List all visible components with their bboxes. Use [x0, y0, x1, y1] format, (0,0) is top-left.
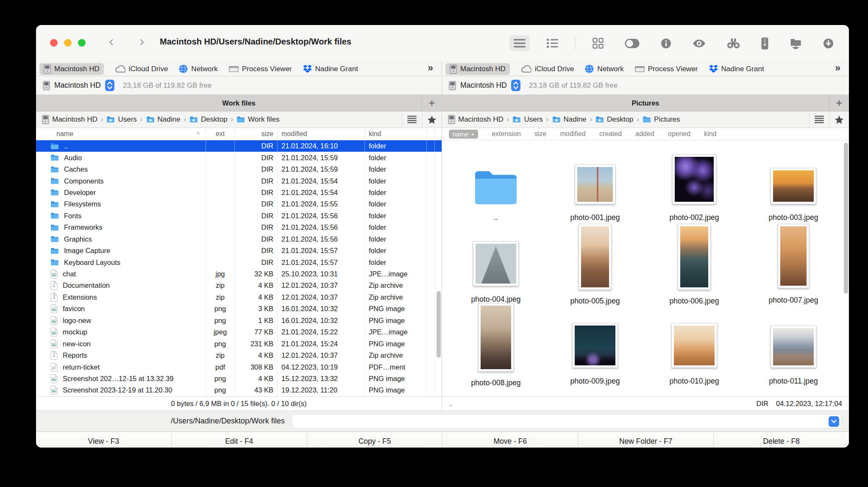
favorites-overflow-button[interactable]: » [428, 62, 433, 74]
file-row-screenshot-202-12-15-at-13-32-39[interactable]: Screenshot 202…12-15 at 13.32.39png4 KB1… [36, 373, 442, 384]
column-header-name[interactable]: name▲ [449, 130, 478, 139]
file-row-new-icon[interactable]: new-iconpng231 KB21.01.2024, 15:24PNG im… [36, 338, 442, 349]
breadcrumb-item-macintosh-hd[interactable]: Macintosh HD [448, 115, 504, 124]
grid-item-photo-010-jpeg[interactable]: photo-010.jpeg [645, 306, 744, 387]
file-row-filesystems[interactable]: FilesystemsDIR21.01.2024, 15:55folder [36, 198, 442, 210]
file-row-developer[interactable]: DeveloperDIR21.01.2024, 15:54folder [36, 187, 442, 198]
column-header-opened[interactable]: opened [668, 130, 690, 138]
breadcrumb-item-users[interactable]: Users [512, 115, 542, 124]
grid-item-photo-004-jpeg[interactable]: photo-004.jpeg [446, 224, 545, 306]
grid-item-photo-006-jpeg[interactable]: photo-006.jpeg [645, 224, 744, 306]
drive-stepper[interactable] [105, 80, 114, 91]
archive-zip-button[interactable] [757, 34, 773, 53]
tab-work-files[interactable]: Work files [222, 99, 256, 107]
grid-item-item[interactable]: .. [446, 142, 545, 224]
column-header-kind[interactable]: kind [365, 128, 427, 140]
breadcrumb-item-nadine[interactable]: Nadine [552, 115, 587, 124]
quick-look-eye-button[interactable] [688, 36, 710, 51]
file-row-favicon[interactable]: faviconpng3 KB16.01.2024, 10:32PNG image [36, 303, 442, 314]
grid-item-photo-007-jpeg[interactable]: photo-007.jpeg [744, 224, 843, 306]
column-header-extension[interactable]: extension [492, 130, 521, 138]
grid-item-photo-005-jpeg[interactable]: photo-005.jpeg [545, 224, 645, 306]
function-button-edit-f4[interactable]: Edit - F4 [171, 432, 307, 448]
grid-item-photo-009-jpeg[interactable]: photo-009.jpeg [545, 306, 645, 387]
file-row-graphics[interactable]: GraphicsDIR21.01.2024, 15:56folder [36, 234, 442, 245]
function-button-view-f3[interactable]: View - F3 [36, 432, 171, 448]
scrollbar-right[interactable] [844, 140, 848, 396]
breadcrumb-item-desktop[interactable]: Desktop [189, 115, 227, 124]
forward-button[interactable]: › [139, 33, 144, 49]
favorite-star-button[interactable] [829, 111, 849, 128]
zoom-button[interactable] [78, 39, 86, 47]
column-header-name[interactable]: name^ [36, 128, 206, 140]
close-button[interactable] [50, 39, 58, 47]
file-row-keyboard-layouts[interactable]: Keyboard LayoutsDIR21.01.2024, 15:57fold… [36, 256, 442, 268]
column-header-modified[interactable]: modified [560, 130, 585, 138]
file-row-audio[interactable]: AudioDIR21.01.2024, 15:59folder [36, 152, 442, 163]
file-row-return-ticket[interactable]: return-ticketpdf308 KB04.12.2023, 10:19P… [36, 361, 442, 373]
file-row-mockup[interactable]: mockupjpeg77 KB21.01.2024, 15:22JPE…imag… [36, 326, 442, 338]
file-row-documentation[interactable]: Documentationzip4 KB12.01.2024, 10:37Zip… [36, 280, 442, 291]
favorite-icloud-drive[interactable]: iCloud Drive [115, 65, 168, 73]
breadcrumb-item-pictures[interactable]: Pictures [643, 115, 680, 124]
favorite-macintosh-hd[interactable]: Macintosh HD [445, 63, 510, 75]
preview-toggle-button[interactable] [620, 35, 644, 52]
minimize-button[interactable] [64, 39, 72, 47]
file-row-screenshot-2023-12-19-at-11-20-30[interactable]: Screenshot 2023-12-19 at 11.20.30png43 K… [36, 384, 442, 396]
column-header-size[interactable]: size [235, 128, 278, 140]
column-header-created[interactable]: created [599, 130, 622, 138]
file-row-chat[interactable]: chatjpg32 KB25.10.2023, 10:31JPE…image [36, 268, 442, 280]
favorite-process-viewer[interactable]: Process Viewer [229, 65, 292, 73]
network-folder-button[interactable] [785, 34, 806, 53]
download-button[interactable] [819, 35, 838, 52]
scrollbar-left[interactable] [437, 140, 441, 396]
file-row-components[interactable]: ComponentsDIR21.01.2024, 15:54folder [36, 175, 442, 186]
file-row-logo-new[interactable]: logo-newpng1 KB16.01.2024, 10:32PNG imag… [36, 315, 442, 326]
favorites-overflow-button[interactable]: » [835, 62, 840, 74]
add-tab-button[interactable]: + [422, 95, 442, 111]
breadcrumb-item-nadine[interactable]: Nadine [146, 115, 181, 124]
file-row-fonts[interactable]: FontsDIR21.01.2024, 15:56folder [36, 210, 442, 222]
grid-item-photo-003-jpeg[interactable]: photo-003.jpeg [744, 142, 843, 224]
favorite-network[interactable]: Network [585, 64, 623, 73]
column-header-ext[interactable]: ext [206, 128, 235, 140]
file-row-caches[interactable]: CachesDIR21.01.2024, 15:59folder [36, 164, 442, 175]
function-button-new-folder-f7[interactable]: New Folder - F7 [578, 432, 713, 448]
favorite-nadine-grant[interactable]: Nadine Grant [709, 65, 764, 73]
command-input[interactable] [292, 415, 841, 428]
search-binoculars-button[interactable] [723, 35, 744, 52]
favorite-nadine-grant[interactable]: Nadine Grant [303, 65, 358, 73]
function-button-copy-f5[interactable]: Copy - F5 [307, 432, 442, 448]
grid-item-photo-011-jpeg[interactable]: photo-011.jpeg [744, 306, 843, 387]
back-button[interactable]: ‹ [109, 33, 114, 49]
column-header-size[interactable]: size [534, 130, 546, 138]
column-header-added[interactable]: added [635, 130, 654, 138]
grid-item-photo-002-jpeg[interactable]: photo-002.jpeg [645, 142, 744, 224]
file-row-item[interactable]: ..DIR21.01.2024, 16:10folder [36, 140, 442, 152]
column-header-kind[interactable]: kind [704, 130, 716, 138]
drive-stepper[interactable] [511, 80, 520, 91]
list-view-button[interactable] [509, 35, 530, 51]
view-options-button[interactable] [809, 111, 829, 128]
favorite-process-viewer[interactable]: Process Viewer [635, 65, 698, 73]
command-history-button[interactable] [829, 416, 839, 427]
column-header-modified[interactable]: modified [278, 128, 365, 140]
detail-list-view-button[interactable] [542, 35, 562, 51]
info-button[interactable] [657, 35, 676, 52]
grid-view-button[interactable] [588, 34, 608, 52]
tab-pictures[interactable]: Pictures [632, 99, 659, 107]
file-row-reports[interactable]: Reportszip4 KB12.01.2024, 10:37Zip archi… [36, 350, 442, 361]
breadcrumb-item-users[interactable]: Users [106, 115, 136, 124]
grid-item-photo-001-jpeg[interactable]: photo-001.jpeg [545, 142, 645, 224]
file-row-extensions[interactable]: Extensionszip4 KB12.01.2024, 10:37Zip ar… [36, 292, 442, 303]
function-button-move-f6[interactable]: Move - F6 [442, 432, 578, 448]
favorite-network[interactable]: Network [179, 64, 217, 73]
add-tab-button[interactable]: + [829, 95, 849, 111]
file-row-image-capture[interactable]: Image CaptureDIR21.01.2024, 15:57folder [36, 245, 442, 256]
favorite-macintosh-hd[interactable]: Macintosh HD [39, 63, 104, 75]
function-button-delete-f8[interactable]: Delete - F8 [713, 432, 849, 448]
breadcrumb-item-work-files[interactable]: Work files [236, 115, 279, 124]
favorite-icloud-drive[interactable]: iCloud Drive [521, 65, 574, 73]
view-options-button[interactable] [402, 111, 422, 128]
favorite-star-button[interactable] [422, 111, 442, 128]
